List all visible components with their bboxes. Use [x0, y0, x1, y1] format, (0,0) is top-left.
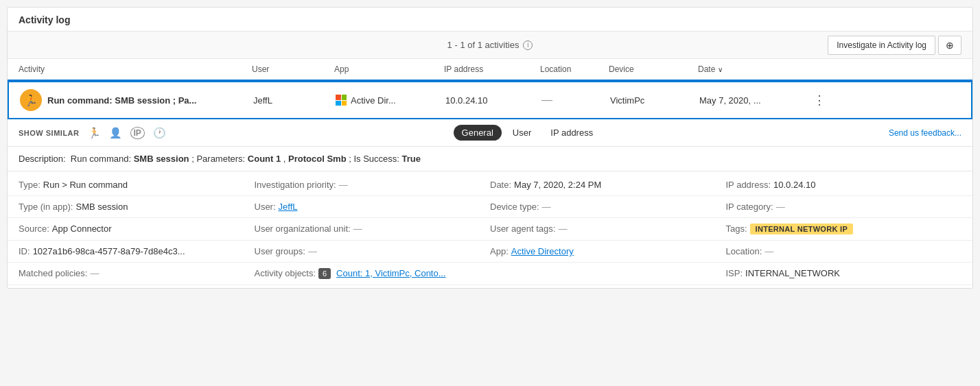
- col-more: [808, 64, 828, 74]
- field-org-unit: User organizational unit: —: [255, 224, 491, 234]
- tab-ip-address[interactable]: IP address: [542, 125, 601, 141]
- field-id: ID: 1027a1b6-98ca-4577-8a79-7d8e4c3...: [19, 246, 255, 256]
- activity-count: 1 - 1 of 1 activities i: [447, 40, 533, 50]
- activity-objects-count: 6: [318, 268, 331, 279]
- run-similar-icon[interactable]: 🏃: [88, 127, 101, 139]
- description-bar: Description: Run command: SMB session ; …: [8, 147, 972, 171]
- more-options-button[interactable]: ⊕: [938, 36, 961, 55]
- windows-icon: [336, 95, 347, 106]
- col-activity: Activity: [19, 64, 252, 74]
- field-type: Type: Run > Run command: [19, 180, 255, 190]
- ip-similar-icon[interactable]: IP: [130, 127, 145, 139]
- user-cell: JeffL: [253, 95, 336, 106]
- activity-row[interactable]: 🏃 Run command: SMB session ; Pa... JeffL…: [8, 81, 972, 119]
- detail-row-2: Type (in app): SMB session User: JeffL D…: [8, 196, 972, 218]
- top-bar-actions: Investigate in Activity log ⊕: [828, 36, 961, 55]
- app-cell: Active Dir...: [336, 95, 445, 106]
- field-activity-objects: Activity objects: 6 Count: 1, VictimPc, …: [255, 268, 491, 279]
- device-cell: VictimPc: [610, 95, 699, 106]
- col-location: Location: [540, 64, 609, 74]
- detail-fields: Type: Run > Run command Investigation pr…: [8, 171, 972, 288]
- field-device-type: Device type: —: [490, 202, 726, 212]
- activity-name: Run command: SMB session ; Pa...: [47, 95, 196, 106]
- page-title: Activity log: [8, 8, 972, 32]
- field-location: Location: —: [726, 246, 962, 256]
- date-cell: May 7, 2020, ...: [699, 95, 809, 106]
- user-similar-icon[interactable]: 👤: [109, 127, 122, 139]
- ip-cell: 10.0.24.10: [445, 95, 541, 106]
- tab-general[interactable]: General: [454, 125, 502, 141]
- col-date[interactable]: Date ∨: [698, 64, 808, 74]
- field-matched-policies: Matched policies: —: [19, 268, 255, 279]
- field-type-in-app: Type (in app): SMB session: [19, 202, 255, 212]
- field-user: User: JeffL: [255, 202, 491, 212]
- tab-user[interactable]: User: [504, 125, 539, 141]
- col-app: App: [334, 64, 444, 74]
- col-ip: IP address: [444, 64, 540, 74]
- activity-run-icon: 🏃: [20, 89, 42, 111]
- tag-internal-network-ip: INTERNAL NETWORK IP: [750, 224, 853, 234]
- col-device: Device: [609, 64, 698, 74]
- field-date: Date: May 7, 2020, 2:24 PM: [490, 180, 726, 190]
- detail-row-4: ID: 1027a1b6-98ca-4577-8a79-7d8e4c3... U…: [8, 241, 972, 263]
- show-similar-label: SHOW SIMILAR: [19, 129, 80, 137]
- detail-row-5: Matched policies: — Activity objects: 6 …: [8, 263, 972, 285]
- field-investigation-priority: Investigation priority: —: [255, 180, 491, 190]
- time-similar-icon[interactable]: 🕐: [153, 127, 166, 139]
- page-wrapper: Activity log 1 - 1 of 1 activities i Inv…: [7, 7, 973, 289]
- investigate-button[interactable]: Investigate in Activity log: [828, 36, 935, 55]
- detail-panel: SHOW SIMILAR 🏃 👤 IP 🕐 General User IP ad…: [8, 119, 972, 288]
- tab-group: General User IP address: [454, 125, 602, 141]
- field-empty: [490, 268, 726, 279]
- location-cell: —: [541, 94, 610, 106]
- field-source: Source: App Connector: [19, 224, 255, 234]
- table-header: Activity User App IP address Location De…: [8, 59, 972, 81]
- col-user: User: [252, 64, 334, 74]
- detail-row-1: Type: Run > Run command Investigation pr…: [8, 174, 972, 196]
- detail-row-3: Source: App Connector User organizationa…: [8, 218, 972, 241]
- info-icon[interactable]: i: [523, 40, 533, 50]
- field-ip-address: IP address: 10.0.24.10: [726, 180, 962, 190]
- sort-icon: ∨: [718, 66, 723, 73]
- field-tags: Tags: INTERNAL NETWORK IP: [726, 224, 962, 234]
- show-similar-bar: SHOW SIMILAR 🏃 👤 IP 🕐 General User IP ad…: [8, 119, 972, 147]
- field-app: App: Active Directory: [490, 246, 726, 256]
- field-ip-category: IP category: —: [726, 202, 962, 212]
- field-isp: ISP: INTERNAL_NETWORK: [726, 268, 962, 279]
- activity-cell: 🏃 Run command: SMB session ; Pa...: [20, 89, 253, 111]
- feedback-link[interactable]: Send us feedback...: [889, 128, 961, 138]
- row-more-button[interactable]: ⋮: [809, 90, 830, 110]
- field-user-agent-tags: User agent tags: —: [490, 224, 726, 234]
- top-bar: 1 - 1 of 1 activities i Investigate in A…: [8, 32, 972, 59]
- field-user-groups: User groups: —: [255, 246, 491, 256]
